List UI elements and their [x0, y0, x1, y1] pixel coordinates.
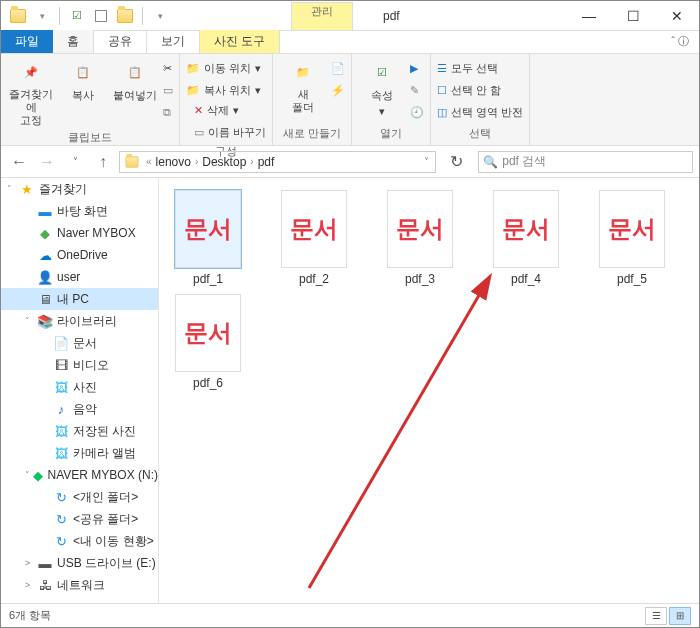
- properties-button[interactable]: ☑ 속성 ▾: [358, 58, 406, 122]
- copy-path-button[interactable]: ▭: [163, 80, 173, 100]
- delete-icon: ✕: [194, 104, 203, 117]
- ribbon-tabs: 파일 홈 공유 보기 사진 도구 ˆ ⓘ: [1, 31, 699, 54]
- tab-photo-tools[interactable]: 사진 도구: [200, 30, 280, 53]
- sidebar-item-3[interactable]: ☁OneDrive: [1, 244, 158, 266]
- ribbon-group-open: ☑ 속성 ▾ ▶ ✎ 🕘 열기: [352, 54, 431, 145]
- qat-checkbox-icon[interactable]: [90, 5, 112, 27]
- svg-line-1: [309, 278, 489, 588]
- sidebar-item-14[interactable]: ↻<개인 폴더>: [1, 486, 158, 508]
- qat-folder-icon[interactable]: [114, 5, 136, 27]
- new-item-button[interactable]: 📄: [331, 58, 345, 78]
- paste-shortcut-button[interactable]: ⧉: [163, 102, 173, 122]
- sidebar-item-1[interactable]: ▬바탕 화면: [1, 200, 158, 222]
- select-all-icon: ☰: [437, 62, 447, 75]
- file-item-pdf_6[interactable]: 문서pdf_6: [165, 294, 251, 390]
- copyto-icon: 📁: [186, 84, 200, 97]
- titlebar: ▾ ☑ ▾ 관리 pdf — ☐ ✕: [1, 1, 699, 31]
- search-icon: 🔍: [483, 155, 498, 169]
- copy-icon: 📋: [69, 58, 97, 86]
- easy-access-button[interactable]: ⚡: [331, 80, 345, 100]
- tab-share[interactable]: 공유: [94, 30, 147, 53]
- search-input[interactable]: 🔍 pdf 검색: [478, 151, 693, 173]
- sidebar-item-4[interactable]: 👤user: [1, 266, 158, 288]
- ribbon: 📌 즐겨찾기에 고정 📋 복사 📋 붙여넣기 ✂ ▭ ⧉ 클립보드 📁 이동 위…: [1, 54, 699, 146]
- shortcut-icon: ⧉: [163, 106, 171, 119]
- quick-access-toolbar: ▾ ☑ ▾: [1, 5, 171, 27]
- ribbon-help-icon[interactable]: ˆ ⓘ: [671, 34, 689, 49]
- sidebar-item-11[interactable]: 🖼저장된 사진: [1, 420, 158, 442]
- copy-to-button[interactable]: 📁 복사 위치 ▾: [186, 80, 266, 100]
- qat-expand-icon[interactable]: ▾: [149, 5, 171, 27]
- view-details-button[interactable]: ☰: [645, 607, 667, 625]
- invert-icon: ◫: [437, 106, 447, 119]
- rename-button[interactable]: ▭ 이름 바꾸기: [194, 122, 266, 142]
- ribbon-group-select: ☰ 모두 선택 ☐ 선택 안 함 ◫ 선택 영역 반전 선택: [431, 54, 530, 145]
- tab-file[interactable]: 파일: [1, 30, 53, 53]
- copy-button[interactable]: 📋 복사: [59, 58, 107, 128]
- nav-forward-button[interactable]: →: [35, 150, 59, 174]
- address-dropdown-icon[interactable]: ˅: [422, 156, 431, 167]
- sidebar-item-8[interactable]: 🎞비디오: [1, 354, 158, 376]
- select-none-button[interactable]: ☐ 선택 안 함: [437, 80, 523, 100]
- tab-home[interactable]: 홈: [53, 30, 94, 53]
- context-tab[interactable]: 관리: [291, 2, 353, 30]
- move-to-button[interactable]: 📁 이동 위치 ▾: [186, 58, 266, 78]
- breadcrumb-seg-2[interactable]: pdf: [256, 155, 277, 169]
- breadcrumb-seg-1[interactable]: Desktop: [200, 155, 248, 169]
- file-item-pdf_5[interactable]: 문서pdf_5: [589, 190, 675, 286]
- tab-view[interactable]: 보기: [147, 30, 200, 53]
- view-icons-button[interactable]: ⊞: [669, 607, 691, 625]
- cut-button[interactable]: ✂: [163, 58, 173, 78]
- qat-dropdown-icon[interactable]: ▾: [31, 5, 53, 27]
- sidebar-item-16[interactable]: ↻<내 이동 현황>: [1, 530, 158, 552]
- paste-button[interactable]: 📋 붙여넣기: [111, 58, 159, 128]
- sidebar: ˅★즐겨찾기▬바탕 화면◆Naver MYBOX☁OneDrive👤user🖥내…: [1, 178, 159, 603]
- sidebar-item-2[interactable]: ◆Naver MYBOX: [1, 222, 158, 244]
- invert-selection-button[interactable]: ◫ 선택 영역 반전: [437, 102, 523, 122]
- rename-icon: ▭: [194, 126, 204, 139]
- sidebar-item-12[interactable]: 🖼카메라 앨범: [1, 442, 158, 464]
- history-button[interactable]: 🕘: [410, 102, 424, 122]
- qat-check-icon[interactable]: ☑: [66, 5, 88, 27]
- address-bar[interactable]: « lenovo › Desktop › pdf ˅: [119, 151, 436, 173]
- sidebar-item-7[interactable]: 📄문서: [1, 332, 158, 354]
- ribbon-group-clipboard: 📌 즐겨찾기에 고정 📋 복사 📋 붙여넣기 ✂ ▭ ⧉ 클립보드: [1, 54, 180, 145]
- sidebar-item-9[interactable]: 🖼사진: [1, 376, 158, 398]
- file-item-pdf_2[interactable]: 문서pdf_2: [271, 190, 357, 286]
- sidebar-item-6[interactable]: ˅📚라이브러리: [1, 310, 158, 332]
- sidebar-item-18[interactable]: >🖧네트워크: [1, 574, 158, 596]
- properties-icon: ☑: [368, 58, 396, 86]
- nav-back-button[interactable]: ←: [7, 150, 31, 174]
- select-none-icon: ☐: [437, 84, 447, 97]
- sidebar-item-10[interactable]: ♪음악: [1, 398, 158, 420]
- minimize-button[interactable]: —: [567, 2, 611, 30]
- sidebar-item-13[interactable]: ˅◆NAVER MYBOX (N:): [1, 464, 158, 486]
- pin-favorites-button[interactable]: 📌 즐겨찾기에 고정: [7, 58, 55, 128]
- sidebar-item-17[interactable]: >▬USB 드라이브 (E:): [1, 552, 158, 574]
- edit-button[interactable]: ✎: [410, 80, 424, 100]
- breadcrumb-seg-0[interactable]: lenovo: [154, 155, 193, 169]
- edit-icon: ✎: [410, 84, 419, 97]
- easy-access-icon: ⚡: [331, 84, 345, 97]
- annotation-arrow-icon: [279, 258, 519, 598]
- sidebar-item-0[interactable]: ˅★즐겨찾기: [1, 178, 158, 200]
- file-item-pdf_3[interactable]: 문서pdf_3: [377, 190, 463, 286]
- file-item-pdf_4[interactable]: 문서pdf_4: [483, 190, 569, 286]
- nav-recent-button[interactable]: ˅: [63, 150, 87, 174]
- new-folder-button[interactable]: 📁 새 폴더: [279, 58, 327, 114]
- open-button[interactable]: ▶: [410, 58, 424, 78]
- nav-up-button[interactable]: ↑: [91, 150, 115, 174]
- pin-icon: 📌: [17, 58, 45, 86]
- delete-button[interactable]: ✕ 삭제 ▾: [194, 100, 266, 120]
- select-all-button[interactable]: ☰ 모두 선택: [437, 58, 523, 78]
- new-folder-icon: 📁: [289, 58, 317, 86]
- sidebar-item-15[interactable]: ↻<공유 폴더>: [1, 508, 158, 530]
- window-title: pdf: [383, 9, 400, 23]
- status-item-count: 6개 항목: [9, 608, 51, 623]
- sidebar-item-5[interactable]: 🖥내 PC: [1, 288, 158, 310]
- maximize-button[interactable]: ☐: [611, 2, 655, 30]
- file-item-pdf_1[interactable]: 문서pdf_1: [165, 190, 251, 286]
- refresh-button[interactable]: ↻: [444, 150, 468, 174]
- content-pane[interactable]: 문서pdf_1문서pdf_2문서pdf_3문서pdf_4문서pdf_5문서pdf…: [159, 178, 699, 603]
- close-button[interactable]: ✕: [655, 2, 699, 30]
